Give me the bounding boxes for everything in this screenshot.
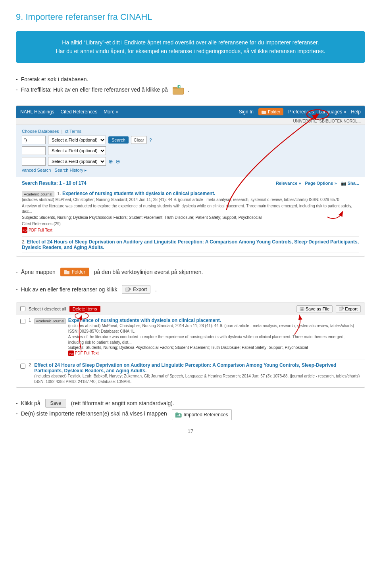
cinahl-screenshot-1: NAHL Headings Cited References More » Si… xyxy=(16,105,365,257)
relevance-label[interactable]: Relevance » xyxy=(276,181,301,186)
folder-item-title-2[interactable]: Effect of 24 Hours of Sleep Deprivation … xyxy=(34,362,361,373)
info-text-1: Ha alltid “Library”-et ditt i EndNote åp… xyxy=(62,39,319,46)
export-button-2[interactable]: Export xyxy=(336,305,361,312)
nav-preferences[interactable]: Preferences xyxy=(288,109,314,115)
result-num-1: 1. xyxy=(58,191,61,196)
info-box: Ha alltid “Library”-et ditt i EndNote åp… xyxy=(16,31,365,63)
dash: - xyxy=(16,399,18,408)
folder-item-desc-1: A review of the literature was conducted… xyxy=(68,334,361,345)
folder-item-meta-1: (includes abstract) McPheat, Christopher… xyxy=(68,323,361,334)
folder-item-num-2: 2 xyxy=(29,362,31,367)
instructions-section-4: - Klikk på Save (rett filformatt er angi… xyxy=(16,399,365,420)
instruction-text-4a: Huk av en eller flere referanser og klik… xyxy=(21,285,119,295)
instruction-text-1: Foretak et søk i databasen. xyxy=(21,75,89,84)
field-select-3[interactable]: Select a Field (optional) xyxy=(48,157,106,166)
result-num-2: 2. xyxy=(22,239,25,244)
result-meta-1: (includes abstract) McPheat, Christopher… xyxy=(22,197,359,203)
export-button-inline[interactable]: Export xyxy=(122,285,150,294)
result-title-2[interactable]: Effect of 24 Hours of Sleep Deprivation … xyxy=(22,239,359,250)
advanced-search-links: vanced Search Search History ▸ xyxy=(22,168,359,173)
search-input-2[interactable] xyxy=(22,146,46,155)
svg-text:PDF: PDF xyxy=(23,229,27,232)
folder-header: Select / deselect all Delete Items Save … xyxy=(16,303,365,315)
cited-refs-1[interactable]: Cited References (29) xyxy=(22,222,61,226)
search-input-3[interactable] xyxy=(22,157,46,166)
instruction-period: . xyxy=(188,85,189,95)
select-all-checkbox[interactable] xyxy=(20,306,25,311)
nav-languages[interactable]: Languages » xyxy=(319,109,346,115)
field-select-2[interactable]: Select a Field (optional) xyxy=(48,146,106,155)
cinahl-nav-right: Sign In Folder Preferences Languages » H… xyxy=(239,108,361,115)
folder-icon-placeholder xyxy=(173,85,185,98)
nav-more[interactable]: More » xyxy=(104,109,118,115)
instructions-section-2: - Åpne mappen Folder på den blå verktøyl… xyxy=(16,268,365,277)
instruction-item-5: - Klikk på Save (rett filformatt er angi… xyxy=(16,399,365,408)
search-button[interactable]: Search xyxy=(108,136,129,144)
instruction-text-2: Fra trefflista: Huk av en eller flere re… xyxy=(21,85,168,95)
ct-terms-link[interactable]: ct Terms xyxy=(65,129,81,134)
remove-row-icon[interactable]: ⊖ xyxy=(115,158,120,165)
instruction-list-3: - Huk av en eller flere referanser og kl… xyxy=(16,285,365,295)
folder-pdf-link-1[interactable]: PDF PDF Full Text xyxy=(68,351,99,356)
help-icon[interactable]: ? xyxy=(149,138,152,142)
clear-button[interactable]: Clear xyxy=(131,136,147,144)
folder-item-checkbox-1[interactable] xyxy=(20,319,25,324)
dash: - xyxy=(16,75,18,84)
folder-item-num-1: 1 xyxy=(29,318,31,322)
svg-rect-11 xyxy=(125,288,129,291)
cinahl-nav: NAHL Headings Cited References More » Si… xyxy=(16,106,365,118)
field-select-1[interactable]: Select a Field (optional) xyxy=(48,136,106,144)
result-type-1: Academic Journal xyxy=(22,192,54,197)
instruction-item-1: - Foretak et søk i databasen. xyxy=(16,75,365,84)
search-input-1[interactable] xyxy=(22,136,46,144)
folder-controls: Select / deselect all Delete Items xyxy=(20,306,100,312)
folder-button[interactable]: Folder xyxy=(258,108,283,115)
add-row-icon[interactable]: ⊕ xyxy=(108,158,113,165)
search-row-1: Select a Field (optional) Search Clear ? xyxy=(22,136,359,144)
nav-help[interactable]: Help xyxy=(351,109,361,115)
search-row-2: Select a Field (optional) xyxy=(22,146,359,155)
result-title-1[interactable]: Experience of nursing students with dysl… xyxy=(62,191,215,196)
folder-item-content-2: Effect of 24 Hours of Sleep Deprivation … xyxy=(34,362,361,385)
advanced-search-link[interactable]: vanced Search xyxy=(22,168,51,172)
pdf-link-1[interactable]: PDF PDF Full Text xyxy=(22,227,52,233)
dash: - xyxy=(16,285,18,295)
folder-item-meta-2: (includes abstract) Fostick, Leah; Babko… xyxy=(34,373,361,385)
search-history-link[interactable]: Search History ▸ xyxy=(55,168,87,172)
instruction-list-4: - Klikk på Save (rett filformatt er angi… xyxy=(16,399,365,420)
folder-button-inline[interactable]: Folder xyxy=(60,268,89,276)
folder-right-controls: Save as File Export xyxy=(296,305,361,312)
folder-item-1: 1 Academic Journal Experience of nursing… xyxy=(16,315,365,360)
folder-item-subjects-1: Subjects: Students, Nursing; Dyslexia Ps… xyxy=(68,345,361,350)
result-item-2: 2. Effect of 24 Hours of Sleep Deprivati… xyxy=(22,237,359,253)
page-options-label[interactable]: Page Options » xyxy=(305,181,337,186)
instruction-text-4b: . xyxy=(154,285,157,295)
page-title: 9. Importere referanser fra CINAHL xyxy=(16,12,365,22)
info-text-2: Har du et annet vindu åpent, for eksempe… xyxy=(56,48,325,54)
results-count: Search Results: 1 - 10 of 174 xyxy=(22,180,87,186)
svg-rect-5 xyxy=(262,111,264,111)
folder-item-checkbox-2[interactable] xyxy=(20,364,25,369)
folder-btn-label: Folder xyxy=(268,109,280,114)
instruction-item-3: - Åpne mappen Folder på den blå verktøyl… xyxy=(16,268,365,277)
page-number: 17 xyxy=(16,428,365,434)
save-button-inline[interactable]: Save xyxy=(45,399,66,408)
folder-btn-label-2: Folder xyxy=(72,269,85,275)
nav-sign-in[interactable]: Sign In xyxy=(239,109,254,115)
folder-screenshot: Select / deselect all Delete Items Save … xyxy=(16,303,365,388)
choose-databases-link[interactable]: Choose Databases xyxy=(22,129,59,134)
result-desc-1: A review of the literature was conducted… xyxy=(22,203,359,215)
instruction-text-5a: Klikk på xyxy=(21,399,42,408)
result-item-1: 1. Academic Journal Experience of nursin… xyxy=(22,188,359,237)
nav-cited-references[interactable]: Cited References xyxy=(61,109,98,115)
save-as-file-button[interactable]: Save as File xyxy=(296,305,333,312)
delete-items-button[interactable]: Delete Items xyxy=(69,306,100,312)
nav-nahl-headings[interactable]: NAHL Headings xyxy=(20,109,54,115)
svg-rect-1 xyxy=(173,87,177,89)
share-label[interactable]: 📷 Sha... xyxy=(341,181,359,186)
select-deselect-label: Select / deselect all xyxy=(29,306,66,311)
export-label-2: Export xyxy=(345,306,358,311)
folder-item-title-1[interactable]: Experience of nursing students with dysl… xyxy=(68,318,361,323)
dash: - xyxy=(16,409,18,419)
folder-item-2: 2 Effect of 24 Hours of Sleep Deprivatio… xyxy=(16,360,365,387)
